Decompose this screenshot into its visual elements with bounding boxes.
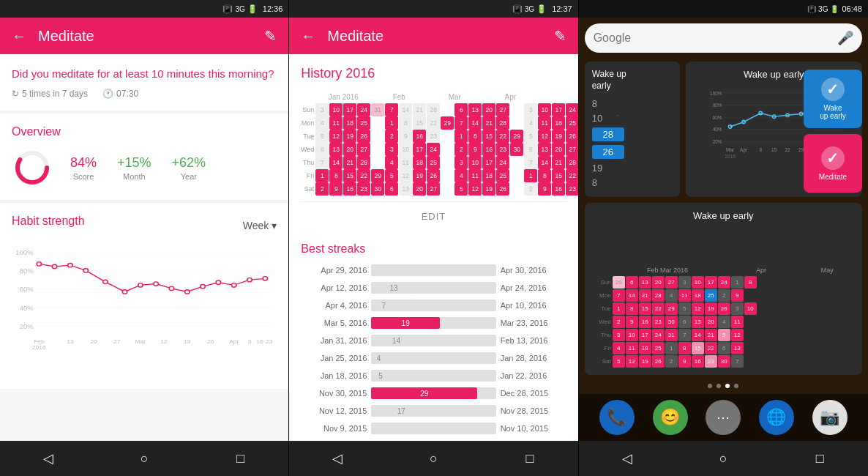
streak-date-right: Nov 28, 2015 — [501, 406, 566, 415]
recent-nav-2[interactable]: □ — [515, 444, 545, 473]
streak-bar: 13 — [371, 282, 495, 294]
wake-up-early-button[interactable]: ✓ Wakeup early — [804, 70, 862, 128]
cw-cell: 13 — [639, 276, 651, 289]
cal-cell: 28 — [496, 116, 509, 130]
phone-app[interactable]: 📞 — [599, 400, 635, 435]
svg-text:23: 23 — [266, 339, 273, 345]
svg-text:13: 13 — [67, 339, 74, 345]
cw-cell: 9 — [678, 355, 691, 368]
svg-point-12 — [37, 262, 41, 266]
cal-cell: 19 — [343, 130, 356, 143]
streak-bar: 14 — [371, 335, 495, 346]
cw-cell: 1 — [731, 276, 744, 289]
tue-cells: 5 12 19 26 2 9 16 23 1 8 15 22 29 5 12 — [315, 130, 577, 143]
svg-point-13 — [52, 264, 56, 268]
checkmark-icon: ✓ — [821, 78, 845, 101]
cw-cell: 27 — [665, 276, 678, 289]
back-button-1[interactable]: ← — [12, 28, 26, 45]
svg-text:80%: 80% — [20, 268, 34, 275]
cal-cell: 15 — [482, 130, 495, 143]
back-nav-3[interactable]: ◁ — [613, 444, 642, 473]
cal-cell: 24 — [357, 103, 370, 116]
cw-fri-cells: 4 11 18 25 1 8 15 22 6 13 — [613, 342, 744, 354]
edit-button-2[interactable]: ✎ — [554, 27, 566, 45]
cal-cell: 6 — [315, 143, 329, 156]
feb-header: Feb — [371, 93, 427, 101]
browser-icon: 🌐 — [766, 408, 786, 427]
cal-cell: 10 — [538, 103, 551, 116]
cal-row-thu: Thu 7 14 21 28 4 11 18 25 3 10 17 24 — [295, 156, 572, 169]
cal-row-mon: Mon 4 11 18 25 1 8 15 22 29 7 14 21 28 — [295, 116, 572, 130]
browser-app[interactable]: 🌐 — [759, 400, 794, 435]
back-button-2[interactable]: ← — [301, 28, 315, 45]
year-value: +62% — [172, 155, 206, 171]
status-bar-1: 📳 3G 🔋 12:36 — [0, 0, 288, 18]
cal-cell: 5 — [454, 182, 468, 196]
cal-cell: 12 — [538, 130, 551, 143]
vibrate-icon-2: 📳 — [512, 4, 523, 14]
edit-button[interactable]: EDIT — [301, 201, 566, 231]
streak-date-right: Jan 22, 2016 — [501, 371, 566, 380]
habit-buttons: ✓ Wakeup early ✓ Meditate — [804, 70, 862, 193]
streak-date-left: Nov 12, 2015 — [301, 406, 367, 415]
streak-item: Mar 5, 2016 19 Mar 23, 2016 — [301, 317, 566, 329]
meditate-button[interactable]: ✓ Meditate — [804, 134, 862, 193]
clock-icon: 🕐 — [102, 89, 113, 99]
cw-cell: 25 — [705, 289, 717, 302]
edit-button-1[interactable]: ✎ — [264, 27, 277, 45]
home-nav-1[interactable]: ○ — [130, 444, 159, 473]
streak-date-right: Apr 10, 2016 — [501, 301, 566, 310]
mon-cells: 4 11 18 25 1 8 15 22 29 7 14 21 28 4 1 — [315, 116, 577, 130]
cal-cell: 29 — [371, 169, 384, 182]
apps-launcher[interactable]: ⋯ — [706, 400, 741, 435]
home-nav-3[interactable]: ○ — [708, 444, 738, 473]
app-bar-1: ← Meditate ✎ — [0, 18, 288, 54]
app-dock: 📞 😊 ⋯ 🌐 📷 — [579, 394, 868, 441]
streak-item: Jan 18, 2016 5 Jan 22, 2016 — [301, 370, 566, 382]
svg-text:Mar: Mar — [135, 339, 146, 345]
cw-thu-label: Thu — [592, 332, 613, 338]
cw-cell: 6 — [678, 316, 691, 328]
time-1: 12:36 — [263, 4, 283, 13]
battery-icon-2: 🔋 — [536, 4, 547, 14]
recent-nav-3[interactable]: □ — [805, 444, 834, 473]
svg-point-26 — [263, 277, 267, 280]
history-header: History 2016 — [289, 54, 577, 93]
question-card: Did you meditate for at least 10 minutes… — [0, 54, 288, 111]
cw-cell: 30 — [665, 316, 678, 328]
streak-bar: 19 — [371, 317, 495, 329]
cal-cell — [371, 130, 384, 143]
apps-grid-icon: ⋯ — [717, 409, 730, 425]
cal-cell: 18 — [413, 156, 426, 169]
cal-cell: 19 — [482, 182, 495, 196]
cal-cell: 12 — [399, 169, 412, 182]
cw-cell: 18 — [692, 289, 704, 302]
score-label: Score — [70, 172, 97, 181]
wed-cells: 6 13 20 27 3 10 17 24 2 9 16 23 30 6 1 — [315, 143, 577, 156]
cal-cell: 23 — [357, 182, 370, 196]
cal-cell: 20 — [413, 182, 426, 196]
cal-cell: 18 — [343, 116, 356, 130]
wake-btn-label: Wakeup early — [820, 104, 846, 120]
back-nav-2[interactable]: ◁ — [323, 444, 352, 473]
phone-icon: 📞 — [607, 408, 626, 427]
widget-row: 8 — [592, 177, 673, 188]
recent-nav-1[interactable]: □ — [226, 444, 255, 473]
signal-3: 3G — [818, 5, 828, 13]
cal-cell: 14 — [329, 156, 343, 169]
home-nav-2[interactable]: ○ — [419, 444, 448, 473]
contacts-app[interactable]: 😊 — [653, 400, 688, 435]
week-selector[interactable]: Week ▾ — [243, 220, 277, 231]
cal-cell: 22 — [427, 116, 440, 130]
svg-text:60%: 60% — [20, 286, 34, 293]
app-title-1: Meditate — [38, 28, 264, 45]
mic-icon[interactable]: 🎤 — [837, 30, 853, 46]
back-nav-1[interactable]: ◁ — [34, 444, 63, 473]
cal-cell: 11 — [329, 116, 343, 130]
camera-app[interactable]: 📷 — [812, 400, 848, 435]
google-search-bar[interactable]: Google 🎤 — [585, 23, 862, 53]
cal-cell: 25 — [357, 116, 370, 130]
cal-cell: 7 — [385, 103, 398, 116]
streak-date-left: Nov 30, 2015 — [301, 389, 367, 398]
svg-text:27: 27 — [113, 339, 120, 345]
